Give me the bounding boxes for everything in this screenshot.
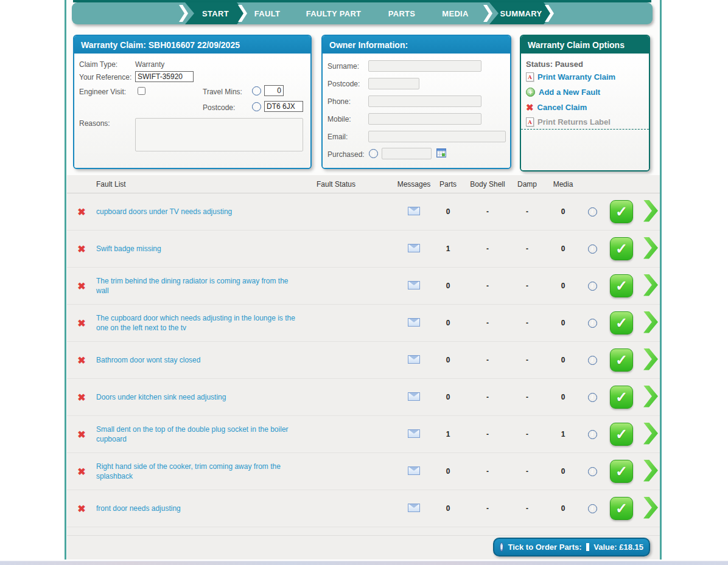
media-count: 1 [543,430,583,438]
info-icon[interactable]: i [588,393,597,402]
open-fault-arrow-icon[interactable] [643,200,658,222]
reference-input[interactable] [135,71,194,82]
info-icon[interactable]: i [588,282,597,291]
purchased-label: Purchased: [327,150,365,159]
wizard-step-summary[interactable]: SUMMARY [489,2,553,24]
delete-fault-icon[interactable]: ✖ [77,392,85,403]
complete-fault-button[interactable]: ✓ [610,423,633,446]
header-damp: Damp [511,180,543,189]
delete-fault-icon[interactable]: ✖ [77,207,85,217]
engineer-visit-label: Engineer Visit: [79,88,126,96]
fault-link[interactable]: Bathroom door wont stay closed [96,355,317,365]
wizard-step-media[interactable]: MEDIA [431,2,480,24]
complete-fault-button[interactable]: ✓ [610,460,633,483]
phone-input[interactable] [368,95,481,107]
print-warranty-claim-link[interactable]: Print Warranty Claim [526,72,615,81]
open-fault-arrow-icon[interactable] [643,274,658,296]
open-fault-arrow-icon[interactable] [643,386,658,407]
fault-link[interactable]: Right hand side of the cooker, trim comi… [96,462,317,481]
message-envelope-icon[interactable] [408,466,420,475]
owner-postcode-label: Postcode: [327,80,360,88]
options-dashed-separator [521,129,649,130]
wizard-step-start[interactable]: START [185,2,246,24]
complete-fault-button[interactable]: ✓ [610,497,633,520]
fault-link[interactable]: The trim behind the dining radiator is c… [96,276,317,296]
add-circle-icon: + [526,88,535,97]
complete-fault-button[interactable]: ✓ [610,274,633,297]
complete-fault-button[interactable]: ✓ [610,237,633,260]
delete-fault-icon[interactable]: ✖ [77,281,85,291]
fault-link[interactable]: The cupboard door which needs adjusting … [96,313,317,333]
delete-fault-icon[interactable]: ✖ [77,355,85,366]
fault-link[interactable]: Doors under kitchen sink need adjusting [96,392,317,402]
info-icon[interactable]: i [252,86,261,95]
message-envelope-icon[interactable] [408,318,420,327]
purchased-input[interactable] [382,148,432,159]
info-icon[interactable]: i [252,102,261,111]
fault-link[interactable]: Swift badge missing [96,244,317,254]
info-icon[interactable]: i [369,149,378,158]
complete-fault-button[interactable]: ✓ [610,386,633,409]
info-icon[interactable]: i [588,207,597,217]
info-icon[interactable]: i [500,542,503,552]
warranty-claim-panel-title: Warranty Claim: SBH016607 22/09/2025 [74,36,310,54]
owner-postcode-input[interactable] [368,78,419,89]
open-fault-arrow-icon[interactable] [643,497,658,519]
claim-postcode-input[interactable] [264,101,303,112]
message-envelope-icon[interactable] [408,244,420,252]
reasons-textarea[interactable] [135,118,303,151]
open-fault-arrow-icon[interactable] [643,423,658,445]
message-envelope-icon[interactable] [408,504,420,512]
message-envelope-icon[interactable] [408,207,420,215]
damp-value: - [511,319,543,327]
order-parts-checkbox[interactable] [586,543,590,551]
surname-input[interactable] [368,60,481,72]
engineer-visit-checkbox[interactable] [138,87,145,95]
print-returns-label-link[interactable]: Print Returns Label [526,117,611,127]
message-envelope-icon[interactable] [408,281,420,289]
message-envelope-icon[interactable] [408,429,420,438]
info-icon[interactable]: i [588,504,597,513]
wizard-step-faulty-part[interactable]: FAULTY PART [297,2,370,24]
status-text: Status: Paused [526,60,583,69]
mobile-input[interactable] [368,113,481,125]
delete-fault-icon[interactable]: ✖ [77,504,85,514]
info-icon[interactable]: i [588,356,597,365]
wizard-step-parts[interactable]: PARTS [377,2,426,24]
fault-link[interactable]: Small dent on the top of the double plug… [96,425,317,444]
open-fault-arrow-icon[interactable] [643,311,658,333]
delete-fault-icon[interactable]: ✖ [77,244,85,254]
media-count: 0 [543,393,583,401]
fault-link[interactable]: cupboard doors under TV needs adjusting [96,207,317,217]
calendar-icon[interactable] [436,148,446,158]
wizard-step-fault[interactable]: FAULT [243,2,292,24]
reasons-label: Reasons: [79,119,110,128]
message-envelope-icon[interactable] [408,355,420,364]
delete-fault-icon[interactable]: ✖ [77,466,85,477]
message-envelope-icon[interactable] [408,392,420,401]
complete-fault-button[interactable]: ✓ [610,348,633,372]
fault-link[interactable]: front door needs adjusting [96,504,317,513]
email-input[interactable] [368,131,506,142]
complete-fault-button[interactable]: ✓ [610,200,633,223]
header-media: Media [543,180,583,189]
parts-count: 0 [432,467,464,476]
info-icon[interactable]: i [588,467,597,476]
delete-fault-icon[interactable]: ✖ [77,429,85,440]
travel-mins-input[interactable] [264,85,284,96]
open-fault-arrow-icon[interactable] [643,348,658,370]
complete-fault-button[interactable]: ✓ [610,311,633,334]
media-count: 0 [543,207,583,216]
open-fault-arrow-icon[interactable] [643,237,658,259]
info-icon[interactable]: i [588,244,597,254]
add-new-fault-link[interactable]: + Add a New Fault [526,88,600,97]
parts-count: 1 [432,430,464,438]
damp-value: - [511,207,543,216]
info-icon[interactable]: i [588,319,597,328]
delete-fault-icon[interactable]: ✖ [77,318,85,328]
fault-row: ✖ cupboard doors under TV needs adjustin… [67,193,660,231]
fault-table: Fault List Fault Status Messages Parts B… [67,175,660,560]
cancel-claim-link[interactable]: ✖ Cancel Claim [526,103,587,112]
info-icon[interactable]: i [588,430,597,439]
open-fault-arrow-icon[interactable] [643,460,658,482]
